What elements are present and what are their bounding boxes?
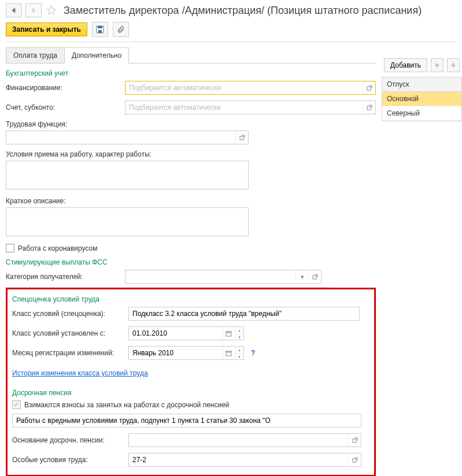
fss-category-label: Категория получателей: xyxy=(6,273,121,281)
add-button[interactable]: Добавить xyxy=(384,58,427,72)
svg-rect-9 xyxy=(353,439,356,442)
spec-date-input[interactable] xyxy=(129,327,223,340)
special-conditions-label: Особые условия труда: xyxy=(12,456,125,464)
favorite-star-icon[interactable] xyxy=(45,4,58,17)
spec-class-label: Класс условий (спецоценка): xyxy=(12,310,125,318)
save-close-button[interactable]: Записать и закрыть xyxy=(6,23,87,36)
short-desc-label: Краткое описание: xyxy=(6,197,376,205)
corona-label: Работа с коронавирусом xyxy=(18,244,98,252)
open-icon[interactable] xyxy=(363,81,375,94)
corona-checkbox[interactable] xyxy=(6,244,14,252)
svg-rect-1 xyxy=(98,26,102,28)
open-icon[interactable] xyxy=(235,131,248,144)
history-link[interactable]: История изменения класса условий труда xyxy=(12,369,148,377)
financing-input[interactable] xyxy=(125,81,363,94)
open-icon[interactable] xyxy=(363,101,375,114)
pension-work-input[interactable] xyxy=(12,414,361,427)
save-button[interactable] xyxy=(92,22,108,37)
labor-function-label: Трудовая функция: xyxy=(6,120,376,128)
tab-bar: Оплата труда Дополнительно xyxy=(6,47,376,64)
conditions-label: Условия приема на работу, характер работ… xyxy=(6,150,376,158)
svg-rect-6 xyxy=(313,276,316,279)
pension-title: Досрочная пенсия xyxy=(12,389,369,397)
attachment-button[interactable] xyxy=(113,22,129,37)
spec-date-label: Класс условий установлен с: xyxy=(12,329,125,337)
pension-checkbox[interactable]: ✓ xyxy=(12,400,21,409)
svg-rect-2 xyxy=(98,30,102,33)
svg-rect-7 xyxy=(226,332,231,336)
calendar-icon[interactable] xyxy=(223,347,235,359)
financing-label: Финансирование: xyxy=(6,84,121,92)
open-icon[interactable] xyxy=(348,434,361,447)
account-input[interactable] xyxy=(125,101,363,114)
list-item[interactable]: Основной xyxy=(382,92,461,106)
spec-class-input[interactable] xyxy=(129,307,359,320)
fss-section-title: Стимулирующие выплаты ФСС xyxy=(6,258,376,266)
move-up-button[interactable] xyxy=(431,58,443,72)
pension-basis-label: Основание досрочн. пенсии: xyxy=(12,436,125,444)
nav-forward-button[interactable] xyxy=(25,3,42,17)
nav-back-button[interactable] xyxy=(6,3,22,17)
account-label: Счет, субконто: xyxy=(6,103,121,111)
dropdown-icon[interactable]: ▾ xyxy=(295,270,308,283)
spec-title: Спецоценка условий труда xyxy=(12,295,369,303)
date-spinner[interactable]: ▲▼ xyxy=(235,327,243,341)
svg-rect-10 xyxy=(353,459,356,462)
short-desc-textarea[interactable] xyxy=(6,207,249,236)
month-spinner[interactable]: ▲▼ xyxy=(235,347,243,360)
open-icon[interactable] xyxy=(348,453,361,466)
pension-chk-label: Взимаются взносы за занятых на работах с… xyxy=(24,401,230,409)
svg-rect-3 xyxy=(367,87,371,90)
vacation-table: Отпуск Основной Северный xyxy=(382,77,462,121)
tab-extra[interactable]: Дополнительно xyxy=(64,47,129,64)
help-icon[interactable]: ? xyxy=(251,349,255,357)
tab-pay[interactable]: Оплата труда xyxy=(6,47,65,64)
page-title: Заместитель директора /Администрация/ (П… xyxy=(64,5,422,17)
highlighted-section: Спецоценка условий труда Класс условий (… xyxy=(6,288,376,476)
special-conditions-input[interactable] xyxy=(129,453,348,466)
svg-rect-8 xyxy=(226,351,231,356)
pension-basis-input[interactable] xyxy=(129,434,348,447)
move-down-button[interactable] xyxy=(447,58,460,72)
accounting-section-title: Бухгалтерский учет xyxy=(6,69,376,77)
list-item[interactable]: Северный xyxy=(382,106,461,121)
fss-category-input[interactable] xyxy=(125,270,295,283)
calendar-icon[interactable] xyxy=(223,327,235,340)
labor-function-input[interactable] xyxy=(6,131,235,144)
svg-rect-5 xyxy=(240,136,243,140)
conditions-textarea[interactable] xyxy=(6,161,249,189)
spec-month-label: Месяц регистрации изменений: xyxy=(12,349,125,357)
spec-month-input[interactable] xyxy=(129,347,223,359)
svg-rect-4 xyxy=(367,106,371,110)
open-icon[interactable] xyxy=(308,270,321,283)
vacation-header: Отпуск xyxy=(382,77,461,92)
